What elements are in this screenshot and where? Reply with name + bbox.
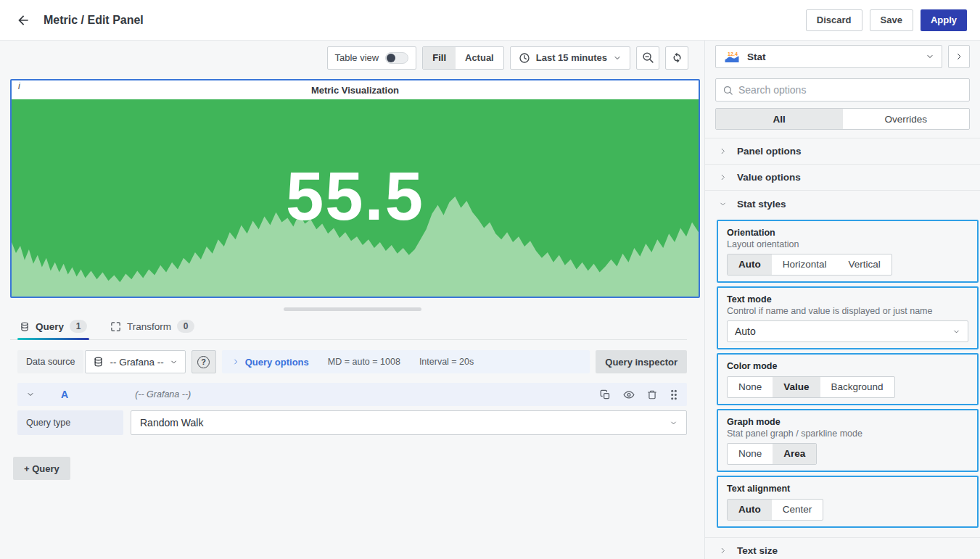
chevron-right-icon [719, 547, 727, 555]
panel-preview[interactable]: i Metric Visualization 55.5 [10, 79, 700, 298]
query-type-row: Query type Random Walk [17, 410, 687, 435]
time-range-picker[interactable]: Last 15 minutes [510, 46, 630, 70]
text-alignment-option-auto[interactable]: Auto [728, 500, 772, 520]
panel-title: Metric Visualization [311, 85, 399, 96]
chevron-down-icon[interactable] [26, 390, 35, 399]
datasource-row: Data source -- Grafana -- ? [10, 350, 687, 373]
tab-query[interactable]: Query 1 [17, 320, 89, 339]
text-alignment-option-center[interactable]: Center [772, 500, 823, 520]
add-query-button[interactable]: + Query [13, 457, 70, 480]
all-overrides-toggle: All Overrides [715, 108, 970, 130]
clock-icon [519, 52, 530, 64]
actual-option[interactable]: Actual [456, 47, 503, 69]
graph-mode-option-none[interactable]: None [728, 444, 773, 464]
chevron-right-icon [232, 358, 239, 365]
orientation-option-horizontal[interactable]: Horizontal [772, 254, 838, 275]
query-row-header[interactable]: A (-- Grafana --) [17, 383, 687, 406]
search-options-row [705, 73, 980, 102]
help-icon: ? [197, 356, 210, 368]
orientation-group: Orientation Layout orientation Auto Hori… [717, 220, 979, 283]
orientation-desc: Layout orientation [727, 239, 968, 250]
graph-mode-option-area[interactable]: Area [773, 444, 816, 464]
max-data-points-value: MD = auto = 1008 [328, 357, 400, 367]
trash-icon[interactable] [647, 389, 657, 400]
viz-picker-row: 12.4 Stat [705, 41, 980, 73]
search-icon [722, 85, 733, 96]
datasource-value: -- Grafana -- [110, 357, 163, 368]
query-ref-id[interactable]: A [61, 389, 68, 400]
color-mode-label: Color mode [727, 360, 968, 372]
section-label: Stat styles [737, 199, 786, 210]
page-title: Metric / Edit Panel [44, 14, 144, 27]
all-overrides-row: All Overrides [705, 102, 980, 138]
info-corner-icon[interactable]: i [18, 81, 20, 91]
options-pane: 12.4 Stat All Overrides [704, 41, 980, 559]
section-label: Value options [737, 172, 801, 183]
eye-icon[interactable] [623, 389, 635, 400]
collapse-pane-button[interactable] [948, 45, 970, 68]
fill-actual-switch: Fill Actual [422, 46, 504, 70]
text-alignment-group: Text alignment Auto Center [717, 476, 979, 528]
resize-drag-handle[interactable] [284, 307, 421, 311]
text-mode-group: Text mode Control if name and value is d… [717, 286, 979, 349]
query-options-strip: Query options MD = auto = 1008 Interval … [222, 350, 590, 373]
tab-overrides[interactable]: Overrides [843, 109, 970, 129]
orientation-option-auto[interactable]: Auto [728, 254, 772, 275]
color-mode-option-none[interactable]: None [728, 377, 773, 397]
query-inspector-button[interactable]: Query inspector [596, 350, 687, 373]
color-mode-option-value[interactable]: Value [773, 377, 820, 397]
search-options-input[interactable] [738, 84, 963, 96]
text-mode-value: Auto [735, 326, 756, 337]
section-value-options[interactable]: Value options [705, 165, 980, 191]
chevron-down-icon [926, 52, 934, 61]
orientation-label: Orientation [727, 227, 968, 239]
query-type-value: Random Walk [140, 417, 203, 428]
chevron-right-icon [719, 173, 727, 181]
query-tabs: Query 1 Transform 0 [10, 314, 687, 340]
discard-button[interactable]: Discard [806, 9, 862, 31]
text-alignment-label: Text alignment [727, 483, 968, 494]
toggle-knob [387, 54, 395, 62]
graph-mode-control: None Area [727, 443, 817, 465]
zoom-out-icon [642, 51, 654, 64]
drag-handle-icon[interactable] [670, 389, 678, 400]
section-label: Panel options [737, 146, 802, 157]
query-type-select[interactable]: Random Walk [131, 410, 687, 435]
graph-mode-label: Graph mode [727, 416, 968, 428]
chevron-down-icon [719, 200, 727, 208]
stat-icon-value: 12.4 [728, 51, 738, 57]
refresh-icon [671, 51, 683, 64]
search-options-box [715, 78, 970, 102]
panel-toolbar: Table view Fill Actual Last 15 minutes [0, 41, 704, 75]
query-count-badge: 1 [70, 320, 87, 333]
orientation-option-vertical[interactable]: Vertical [838, 254, 892, 275]
text-mode-select[interactable]: Auto [727, 320, 968, 342]
save-button[interactable]: Save [870, 9, 913, 31]
zoom-out-button[interactable] [636, 46, 659, 70]
section-stat-styles[interactable]: Stat styles [705, 191, 980, 217]
duplicate-icon[interactable] [600, 389, 611, 400]
stat-value: 55.5 [12, 99, 699, 297]
color-mode-option-background[interactable]: Background [820, 377, 894, 397]
datasource-select[interactable]: -- Grafana -- [85, 350, 185, 373]
query-options-label: Query options [245, 357, 309, 368]
orientation-control: Auto Horizontal Vertical [727, 254, 892, 276]
section-panel-options[interactable]: Panel options [705, 138, 980, 165]
fill-option[interactable]: Fill [423, 47, 456, 69]
tab-all[interactable]: All [716, 109, 843, 129]
text-mode-desc: Control if name and value is displayed o… [727, 305, 968, 317]
datasource-help-button[interactable]: ? [192, 350, 216, 373]
query-editor: Query 1 Transform 0 Data source [10, 314, 687, 480]
refresh-button[interactable] [665, 46, 688, 70]
visualization-picker[interactable]: 12.4 Stat [715, 45, 942, 68]
back-arrow-icon[interactable] [13, 10, 33, 30]
section-label: Text size [737, 545, 778, 556]
section-text-size[interactable]: Text size [705, 538, 980, 559]
query-row-actions [600, 389, 678, 400]
table-view-toggle[interactable] [385, 52, 408, 64]
chevron-down-icon [170, 358, 178, 366]
panel-header: i Metric Visualization [12, 80, 699, 99]
apply-button[interactable]: Apply [921, 9, 967, 31]
query-options-toggle[interactable]: Query options [232, 357, 309, 368]
tab-transform[interactable]: Transform 0 [108, 320, 197, 339]
